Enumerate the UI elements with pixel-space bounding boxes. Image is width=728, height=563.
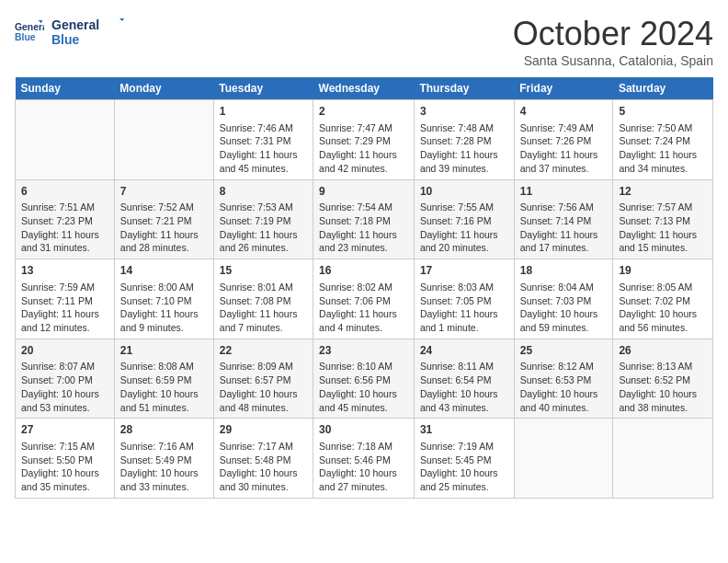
day-number: 21 bbox=[120, 343, 208, 359]
sunset-text: Sunset: 6:53 PM bbox=[520, 373, 608, 387]
calendar-week-5: 27Sunrise: 7:15 AMSunset: 5:50 PMDayligh… bbox=[16, 419, 713, 499]
page-header: General Blue General Blue October 2024 S… bbox=[15, 15, 713, 68]
daylight-text: Daylight: 11 hours and 12 minutes. bbox=[21, 307, 108, 334]
calendar-cell: 18Sunrise: 8:04 AMSunset: 7:03 PMDayligh… bbox=[514, 259, 613, 339]
calendar-cell: 30Sunrise: 7:18 AMSunset: 5:46 PMDayligh… bbox=[313, 419, 415, 499]
sunrise-text: Sunrise: 8:04 AM bbox=[520, 281, 608, 294]
sunset-text: Sunset: 7:21 PM bbox=[120, 214, 208, 228]
sunset-text: Sunset: 7:14 PM bbox=[520, 214, 608, 228]
calendar-cell: 26Sunrise: 8:13 AMSunset: 6:52 PMDayligh… bbox=[613, 339, 713, 419]
daylight-text: Daylight: 11 hours and 23 minutes. bbox=[319, 228, 408, 255]
daylight-text: Daylight: 10 hours and 25 minutes. bbox=[420, 466, 508, 493]
sunset-text: Sunset: 7:29 PM bbox=[319, 134, 408, 148]
sunset-text: Sunset: 7:08 PM bbox=[220, 294, 307, 308]
header-day-tuesday: Tuesday bbox=[213, 77, 313, 100]
sunrise-text: Sunrise: 7:51 AM bbox=[21, 201, 108, 214]
sunset-text: Sunset: 7:19 PM bbox=[220, 214, 307, 228]
sunset-text: Sunset: 5:49 PM bbox=[120, 454, 208, 467]
calendar-cell: 29Sunrise: 7:17 AMSunset: 5:48 PMDayligh… bbox=[213, 419, 313, 499]
location: Santa Susanna, Catalonia, Spain bbox=[513, 53, 713, 68]
calendar-cell: 7Sunrise: 7:52 AMSunset: 7:21 PMDaylight… bbox=[114, 179, 213, 259]
calendar-cell bbox=[514, 419, 613, 499]
sunset-text: Sunset: 7:18 PM bbox=[319, 214, 408, 228]
daylight-text: Daylight: 10 hours and 56 minutes. bbox=[619, 307, 707, 334]
day-number: 10 bbox=[420, 184, 508, 200]
calendar-cell: 12Sunrise: 7:57 AMSunset: 7:13 PMDayligh… bbox=[613, 179, 713, 259]
calendar-week-4: 20Sunrise: 8:07 AMSunset: 7:00 PMDayligh… bbox=[16, 339, 713, 419]
daylight-text: Daylight: 11 hours and 42 minutes. bbox=[319, 148, 408, 175]
day-number: 12 bbox=[619, 184, 707, 200]
sunrise-text: Sunrise: 7:18 AM bbox=[319, 440, 408, 454]
sunrise-text: Sunrise: 8:11 AM bbox=[420, 360, 508, 373]
sunrise-text: Sunrise: 7:56 AM bbox=[520, 201, 608, 214]
calendar-cell: 4Sunrise: 7:49 AMSunset: 7:26 PMDaylight… bbox=[514, 100, 613, 180]
calendar-cell: 21Sunrise: 8:08 AMSunset: 6:59 PMDayligh… bbox=[114, 339, 213, 419]
sunrise-text: Sunrise: 7:46 AM bbox=[220, 121, 307, 135]
calendar-cell: 28Sunrise: 7:16 AMSunset: 5:49 PMDayligh… bbox=[114, 419, 213, 499]
daylight-text: Daylight: 10 hours and 51 minutes. bbox=[120, 387, 208, 414]
calendar-cell: 1Sunrise: 7:46 AMSunset: 7:31 PMDaylight… bbox=[213, 100, 313, 180]
daylight-text: Daylight: 10 hours and 38 minutes. bbox=[619, 387, 707, 414]
daylight-text: Daylight: 11 hours and 28 minutes. bbox=[120, 228, 208, 255]
daylight-text: Daylight: 11 hours and 4 minutes. bbox=[319, 307, 408, 334]
day-number: 27 bbox=[21, 422, 108, 438]
day-number: 16 bbox=[319, 263, 408, 279]
month-title: October 2024 bbox=[513, 15, 713, 53]
sunrise-text: Sunrise: 8:01 AM bbox=[220, 281, 307, 294]
calendar-header: SundayMondayTuesdayWednesdayThursdayFrid… bbox=[16, 77, 713, 100]
calendar-cell bbox=[114, 100, 213, 180]
sunset-text: Sunset: 5:46 PM bbox=[319, 454, 408, 467]
day-number: 31 bbox=[420, 422, 508, 438]
sunset-text: Sunset: 7:16 PM bbox=[420, 214, 508, 228]
sunset-text: Sunset: 7:11 PM bbox=[21, 294, 108, 308]
calendar-cell: 15Sunrise: 8:01 AMSunset: 7:08 PMDayligh… bbox=[213, 259, 313, 339]
calendar-week-2: 6Sunrise: 7:51 AMSunset: 7:23 PMDaylight… bbox=[16, 179, 713, 259]
sunrise-text: Sunrise: 7:55 AM bbox=[420, 201, 508, 214]
daylight-text: Daylight: 11 hours and 1 minute. bbox=[420, 307, 508, 334]
daylight-text: Daylight: 10 hours and 45 minutes. bbox=[319, 387, 408, 414]
daylight-text: Daylight: 10 hours and 33 minutes. bbox=[120, 466, 208, 493]
sunset-text: Sunset: 6:54 PM bbox=[420, 373, 508, 387]
day-number: 9 bbox=[319, 184, 408, 200]
sunrise-text: Sunrise: 7:50 AM bbox=[619, 121, 707, 135]
calendar-cell bbox=[16, 100, 115, 180]
sunrise-text: Sunrise: 7:17 AM bbox=[220, 440, 307, 454]
sunrise-text: Sunrise: 8:05 AM bbox=[619, 281, 707, 294]
sunset-text: Sunset: 5:45 PM bbox=[420, 454, 508, 467]
day-number: 25 bbox=[520, 343, 608, 359]
day-number: 15 bbox=[220, 263, 307, 279]
sunrise-text: Sunrise: 7:57 AM bbox=[619, 201, 707, 214]
sunrise-text: Sunrise: 7:52 AM bbox=[120, 201, 208, 214]
calendar-cell: 16Sunrise: 8:02 AMSunset: 7:06 PMDayligh… bbox=[313, 259, 415, 339]
sunrise-text: Sunrise: 7:15 AM bbox=[21, 440, 108, 454]
sunset-text: Sunset: 7:31 PM bbox=[220, 134, 307, 148]
header-day-monday: Monday bbox=[114, 77, 213, 100]
sunrise-text: Sunrise: 7:47 AM bbox=[319, 121, 408, 135]
day-number: 7 bbox=[120, 184, 208, 200]
calendar-cell: 2Sunrise: 7:47 AMSunset: 7:29 PMDaylight… bbox=[313, 100, 415, 180]
day-number: 11 bbox=[520, 184, 608, 200]
sunrise-text: Sunrise: 8:00 AM bbox=[120, 281, 208, 294]
calendar-cell: 25Sunrise: 8:12 AMSunset: 6:53 PMDayligh… bbox=[514, 339, 613, 419]
daylight-text: Daylight: 11 hours and 7 minutes. bbox=[220, 307, 307, 334]
sunset-text: Sunset: 6:56 PM bbox=[319, 373, 408, 387]
day-number: 4 bbox=[520, 104, 608, 120]
svg-marker-5 bbox=[119, 18, 125, 24]
calendar-cell: 22Sunrise: 8:09 AMSunset: 6:57 PMDayligh… bbox=[213, 339, 313, 419]
day-number: 8 bbox=[220, 184, 307, 200]
sunset-text: Sunset: 7:03 PM bbox=[520, 294, 608, 308]
calendar-cell: 10Sunrise: 7:55 AMSunset: 7:16 PMDayligh… bbox=[414, 179, 514, 259]
daylight-text: Daylight: 11 hours and 17 minutes. bbox=[520, 228, 608, 255]
header-day-thursday: Thursday bbox=[414, 77, 514, 100]
sunset-text: Sunset: 7:00 PM bbox=[21, 373, 108, 387]
sunset-text: Sunset: 7:24 PM bbox=[619, 134, 707, 148]
calendar-cell: 17Sunrise: 8:03 AMSunset: 7:05 PMDayligh… bbox=[414, 259, 514, 339]
daylight-text: Daylight: 11 hours and 9 minutes. bbox=[120, 307, 208, 334]
header-day-wednesday: Wednesday bbox=[313, 77, 415, 100]
sunset-text: Sunset: 7:05 PM bbox=[420, 294, 508, 308]
day-number: 24 bbox=[420, 343, 508, 359]
calendar-week-1: 1Sunrise: 7:46 AMSunset: 7:31 PMDaylight… bbox=[16, 100, 713, 180]
day-number: 13 bbox=[21, 263, 108, 279]
sunset-text: Sunset: 7:02 PM bbox=[619, 294, 707, 308]
daylight-text: Daylight: 10 hours and 53 minutes. bbox=[21, 387, 108, 414]
